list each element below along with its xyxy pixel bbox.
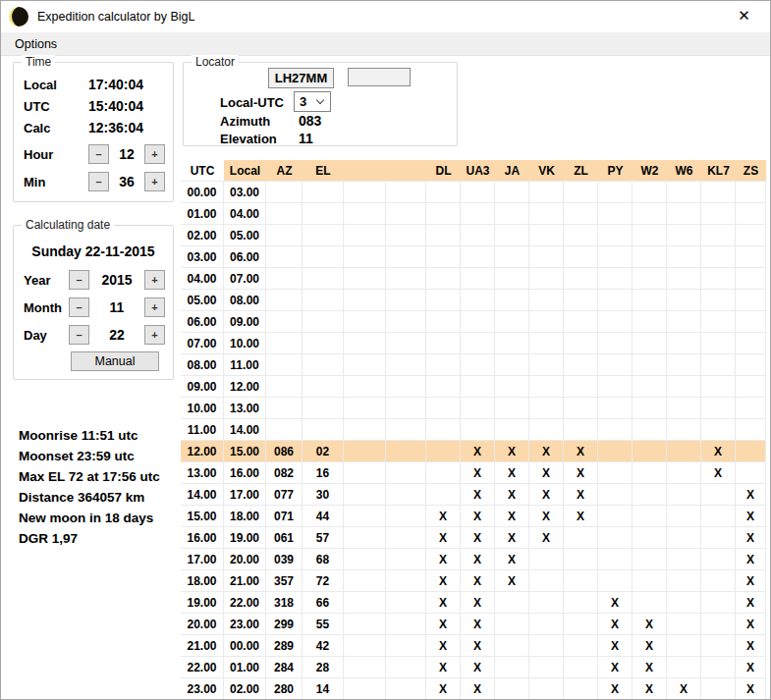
table-cell	[701, 354, 736, 376]
table-cell: 01.00	[181, 203, 224, 225]
table-cell: X	[461, 657, 495, 678]
table-cell	[386, 268, 426, 290]
table-cell	[667, 549, 701, 570]
year-plus-button[interactable]: +	[144, 270, 165, 290]
table-cell	[736, 398, 766, 419]
table-cell: 289	[266, 635, 303, 657]
table-cell	[495, 354, 529, 376]
table-cell: X	[426, 635, 461, 657]
table-cell: 03.00	[224, 182, 266, 203]
day-plus-button[interactable]: +	[144, 325, 165, 345]
table-cell: X	[426, 527, 461, 549]
table-cell	[461, 246, 495, 268]
table-cell: X	[598, 592, 633, 614]
min-minus-button[interactable]: –	[88, 172, 109, 191]
day-minus-button[interactable]: –	[69, 325, 89, 345]
hour-minus-button[interactable]: –	[88, 144, 109, 164]
table-cell	[633, 290, 667, 311]
close-button[interactable]: ✕	[722, 1, 766, 30]
table-cell	[386, 549, 426, 570]
azimuth-value: 083	[299, 113, 321, 129]
table-cell	[426, 333, 461, 354]
table-row: 12.0015.0008602XXXXX	[181, 441, 766, 462]
min-plus-button[interactable]: +	[144, 172, 165, 191]
table-cell	[633, 592, 667, 614]
table-cell	[701, 678, 736, 700]
hour-label: Hour	[24, 147, 88, 162]
table-cell	[633, 549, 667, 570]
year-minus-button[interactable]: –	[69, 270, 89, 290]
table-cell: X	[461, 570, 495, 592]
table-cell: 18.00	[224, 506, 266, 527]
table-cell	[386, 527, 426, 549]
table-cell: 16.00	[224, 462, 266, 484]
table-cell: 23.00	[224, 614, 266, 635]
table-header-cell	[386, 160, 426, 182]
table-cell	[598, 549, 633, 570]
table-cell: 00.00	[224, 635, 266, 657]
table-cell: 14.00	[181, 484, 224, 506]
table-cell	[495, 657, 529, 678]
table-cell: 44	[303, 506, 344, 527]
table-cell: 071	[266, 506, 303, 527]
table-cell	[266, 419, 303, 441]
table-cell	[461, 398, 495, 419]
table-cell	[303, 333, 344, 354]
menu-bar: Options	[1, 32, 770, 56]
table-cell	[344, 570, 386, 592]
table-cell: X	[495, 570, 529, 592]
table-header-cell: DL	[426, 160, 461, 182]
table-cell	[529, 678, 564, 700]
table-cell	[495, 419, 529, 441]
table-cell: X	[736, 506, 766, 527]
table-cell	[461, 311, 495, 333]
table-cell: 28	[303, 657, 344, 678]
table-cell: X	[736, 484, 766, 506]
table-cell	[633, 246, 667, 268]
month-minus-button[interactable]: –	[69, 297, 89, 317]
table-cell: 02.00	[224, 678, 266, 700]
new-moon-text: New moon in 18 days	[19, 508, 160, 528]
table-cell: 16	[303, 462, 344, 484]
calc-time-label: Calc	[24, 121, 88, 135]
table-row: 00.0003.00	[181, 182, 766, 203]
table-cell	[386, 246, 426, 268]
secondary-locator-input[interactable]	[348, 68, 411, 86]
table-cell	[667, 570, 701, 592]
table-cell: 01.00	[224, 657, 266, 678]
table-cell: X	[736, 657, 766, 678]
table-cell: X	[736, 592, 766, 614]
locator-input[interactable]	[268, 68, 334, 88]
table-cell: 14	[303, 678, 344, 700]
table-cell: X	[461, 635, 495, 657]
table-cell: X	[736, 527, 766, 549]
table-cell	[529, 246, 564, 268]
table-cell	[386, 462, 426, 484]
table-cell	[564, 225, 598, 246]
table-cell: X	[461, 614, 495, 635]
table-cell	[633, 484, 667, 506]
hour-plus-button[interactable]: +	[144, 144, 165, 164]
year-label: Year	[24, 273, 69, 288]
menu-options[interactable]: Options	[7, 37, 65, 51]
table-cell: X	[564, 462, 598, 484]
table-cell: 10.00	[181, 398, 224, 419]
month-plus-button[interactable]: +	[144, 297, 165, 317]
local-utc-select[interactable]: 3	[294, 91, 331, 112]
table-cell	[598, 484, 633, 506]
table-cell	[386, 441, 426, 462]
table-cell: 11.00	[181, 419, 224, 441]
table-header-cell: UTC	[181, 160, 224, 182]
table-cell	[344, 182, 386, 203]
table-cell	[344, 398, 386, 419]
table-cell	[598, 376, 633, 398]
table-cell	[701, 290, 736, 311]
table-cell	[495, 225, 529, 246]
manual-button[interactable]: Manual	[71, 351, 159, 371]
local-time-label: Local	[24, 78, 88, 92]
table-cell: X	[598, 635, 633, 657]
min-value: 36	[109, 174, 144, 189]
utc-time-value: 15:40:04	[88, 98, 143, 114]
table-cell	[598, 441, 633, 462]
table-cell	[667, 592, 701, 614]
